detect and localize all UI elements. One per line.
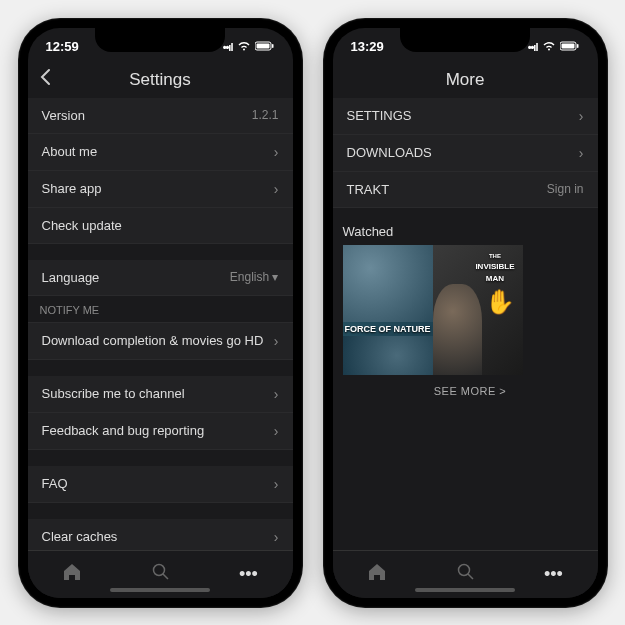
- chevron-right-icon: ›: [274, 529, 279, 545]
- language-value: English ▾: [230, 270, 279, 284]
- svg-rect-6: [561, 43, 574, 48]
- tab-search[interactable]: [152, 563, 170, 586]
- row-check-update[interactable]: Check update: [28, 208, 293, 244]
- chevron-right-icon: ›: [274, 386, 279, 402]
- tab-home[interactable]: [367, 563, 387, 586]
- row-version: Version 1.2.1: [28, 98, 293, 134]
- chevron-right-icon: ›: [579, 145, 584, 161]
- home-indicator[interactable]: [415, 588, 515, 592]
- tab-search[interactable]: [457, 563, 475, 586]
- feedback-label: Feedback and bug reporting: [42, 423, 205, 438]
- notify-header: NOTIFY ME: [28, 296, 293, 323]
- tab-home[interactable]: [62, 563, 82, 586]
- row-share[interactable]: Share app ›: [28, 171, 293, 208]
- row-settings-link[interactable]: SETTINGS ›: [333, 98, 598, 135]
- page-title: Settings: [129, 70, 190, 90]
- signal-icon: ••ıl: [223, 41, 233, 53]
- see-more-button[interactable]: SEE MORE >: [343, 375, 598, 407]
- clear-label: Clear caches: [42, 529, 118, 544]
- language-label: Language: [42, 270, 100, 285]
- status-icons: ••ıl: [528, 41, 580, 53]
- section-gap: [28, 450, 293, 466]
- row-download-hd[interactable]: Download completion & movies go HD ›: [28, 323, 293, 360]
- svg-point-8: [458, 564, 469, 575]
- battery-icon: [560, 41, 580, 53]
- svg-line-4: [163, 574, 168, 579]
- chevron-right-icon: ›: [274, 423, 279, 439]
- screen-more: 13:29 ••ıl More SETTINGS › DOWNLOADS ›: [333, 28, 598, 598]
- svg-line-9: [468, 574, 473, 579]
- about-label: About me: [42, 144, 98, 159]
- poster-force-of-nature[interactable]: FORCE OF NATURE: [343, 245, 433, 375]
- watched-posters: FORCE OF NATURE THE INVISIBLE MAN ✋: [343, 245, 598, 375]
- page-title: More: [446, 70, 485, 90]
- wifi-icon: [237, 41, 251, 53]
- watched-section: Watched FORCE OF NATURE THE INVISIBLE MA…: [333, 216, 598, 407]
- svg-rect-1: [256, 43, 269, 48]
- section-gap: [28, 503, 293, 519]
- trakt-signin[interactable]: Sign in: [547, 182, 584, 196]
- svg-rect-2: [272, 44, 274, 48]
- poster-title-man: MAN: [473, 273, 516, 285]
- battery-icon: [255, 41, 275, 53]
- settings-label: SETTINGS: [347, 108, 412, 123]
- status-time: 13:29: [351, 39, 384, 54]
- screen-settings: 12:59 ••ıl Settings Version 1.2.1: [28, 28, 293, 598]
- row-about[interactable]: About me ›: [28, 134, 293, 171]
- chevron-right-icon: ›: [274, 144, 279, 160]
- handprint-icon: ✋: [485, 290, 515, 314]
- notch: [400, 28, 530, 52]
- header: Settings: [28, 62, 293, 98]
- poster-invisible-man[interactable]: THE INVISIBLE MAN ✋: [433, 245, 523, 375]
- row-faq[interactable]: FAQ ›: [28, 466, 293, 503]
- poster-title-the: THE: [473, 251, 516, 261]
- more-content[interactable]: SETTINGS › DOWNLOADS › TRAKT Sign in Wat…: [333, 98, 598, 550]
- tab-more[interactable]: •••: [544, 564, 563, 585]
- home-indicator[interactable]: [110, 588, 210, 592]
- download-hd-label: Download completion & movies go HD: [42, 333, 264, 348]
- wifi-icon: [542, 41, 556, 53]
- poster-title-invisible: INVISIBLE: [473, 261, 516, 273]
- section-gap: [333, 208, 598, 216]
- settings-content[interactable]: Version 1.2.1 About me › Share app › Che…: [28, 98, 293, 550]
- poster-title: FORCE OF NATURE: [343, 322, 433, 336]
- section-gap: [28, 244, 293, 260]
- row-trakt[interactable]: TRAKT Sign in: [333, 172, 598, 208]
- row-subscribe[interactable]: Subscribe me to channel ›: [28, 376, 293, 413]
- row-language[interactable]: Language English ▾: [28, 260, 293, 296]
- downloads-label: DOWNLOADS: [347, 145, 432, 160]
- share-label: Share app: [42, 181, 102, 196]
- status-time: 12:59: [46, 39, 79, 54]
- section-gap: [28, 360, 293, 376]
- svg-rect-7: [577, 44, 579, 48]
- faq-label: FAQ: [42, 476, 68, 491]
- phone-left: 12:59 ••ıl Settings Version 1.2.1: [18, 18, 303, 608]
- row-clear-caches[interactable]: Clear caches ›: [28, 519, 293, 550]
- phone-right: 13:29 ••ıl More SETTINGS › DOWNLOADS ›: [323, 18, 608, 608]
- chevron-right-icon: ›: [274, 181, 279, 197]
- tab-more[interactable]: •••: [239, 564, 258, 585]
- subscribe-label: Subscribe me to channel: [42, 386, 185, 401]
- signal-icon: ••ıl: [528, 41, 538, 53]
- watched-title: Watched: [343, 224, 598, 239]
- version-label: Version: [42, 108, 85, 123]
- chevron-right-icon: ›: [274, 476, 279, 492]
- chevron-right-icon: ›: [579, 108, 584, 124]
- row-feedback[interactable]: Feedback and bug reporting ›: [28, 413, 293, 450]
- svg-point-3: [153, 564, 164, 575]
- status-icons: ••ıl: [223, 41, 275, 53]
- chevron-right-icon: ›: [274, 333, 279, 349]
- check-update-label: Check update: [42, 218, 122, 233]
- back-button[interactable]: [40, 68, 51, 91]
- row-downloads[interactable]: DOWNLOADS ›: [333, 135, 598, 172]
- trakt-label: TRAKT: [347, 182, 390, 197]
- version-value: 1.2.1: [252, 108, 279, 122]
- header: More: [333, 62, 598, 98]
- notch: [95, 28, 225, 52]
